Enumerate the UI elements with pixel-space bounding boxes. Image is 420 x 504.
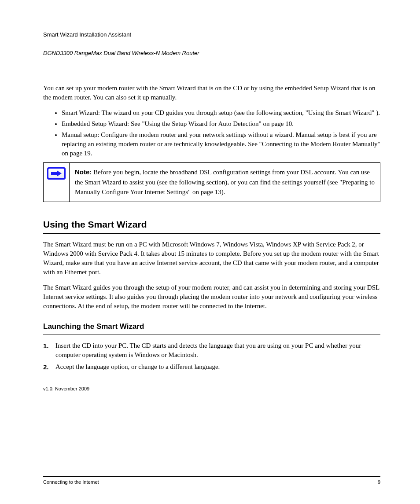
- subsection-heading: Launching the Smart Wizard: [43, 321, 380, 335]
- footer-page-number: 9: [378, 479, 380, 485]
- step-text: Insert the CD into your PC. The CD start…: [55, 341, 380, 360]
- product-name: DGND3300 RangeMax Dual Band Wireless-N M…: [43, 49, 380, 57]
- note-box: Note: Before you begin, locate the broad…: [43, 162, 380, 202]
- step-item: 2. Accept the language option, or change…: [43, 362, 380, 372]
- note-icon-cell: [44, 163, 70, 202]
- arrow-right-icon: [47, 167, 66, 180]
- list-item: Embedded Setup Wizard: See "Using the Se…: [62, 119, 380, 129]
- version-date: v1.0, November 2009: [43, 386, 380, 392]
- intro-paragraph: You can set up your modem router with th…: [43, 84, 380, 102]
- list-item: Manual setup: Configure the modem router…: [62, 130, 380, 158]
- step-text: Accept the language option, or change to…: [55, 362, 220, 372]
- section-heading: Using the Smart Wizard: [43, 218, 380, 234]
- option-list: Smart Wizard: The wizard on your CD guid…: [54, 108, 380, 158]
- steps-list: 1. Insert the CD into your PC. The CD st…: [43, 341, 380, 372]
- step-item: 1. Insert the CD into your PC. The CD st…: [43, 341, 380, 360]
- page-footer: Connecting to the Internet 9: [43, 476, 380, 485]
- list-item: Smart Wizard: The wizard on your CD guid…: [62, 108, 380, 118]
- step-number: 1.: [43, 341, 55, 360]
- section-paragraph: The Smart Wizard must be run on a PC wit…: [43, 240, 380, 277]
- doc-title: Smart Wizard Installation Assistant: [43, 31, 380, 39]
- step-number: 2.: [43, 362, 55, 372]
- section-paragraph: The Smart Wizard guides you through the …: [43, 283, 380, 311]
- note-content: Note: Before you begin, locate the broad…: [70, 163, 380, 202]
- footer-left: Connecting to the Internet: [43, 479, 99, 485]
- document-page: Smart Wizard Installation Assistant DGND…: [0, 0, 420, 392]
- note-label: Note:: [75, 168, 92, 176]
- note-text: Before you begin, locate the broadband D…: [75, 169, 375, 195]
